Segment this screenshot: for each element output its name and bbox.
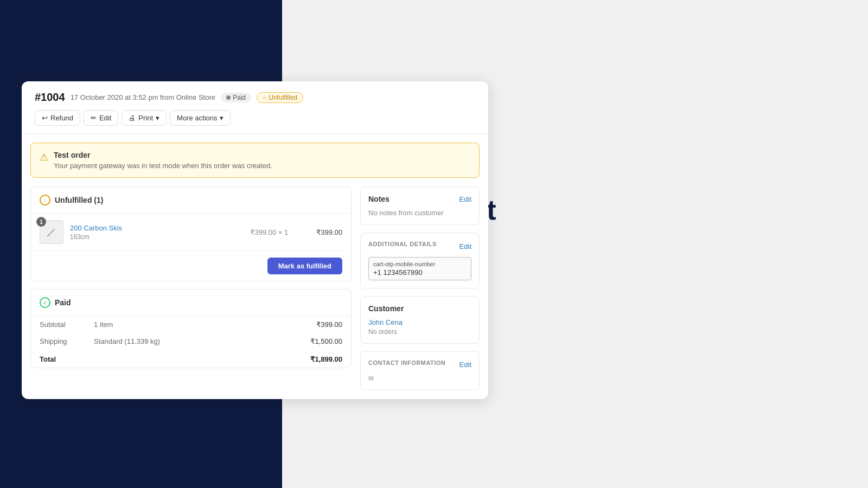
notes-empty-text: No notes from customer <box>368 209 471 217</box>
notes-title: Notes <box>368 195 390 203</box>
product-name: 200 Carbon Skis <box>70 224 244 232</box>
warning-icon: ⚠ <box>40 151 48 163</box>
otp-box: cart-otp-mobile-number +1 1234567890 <box>368 257 471 280</box>
notes-card: Notes Edit No notes from customer <box>360 187 480 225</box>
additional-details-edit-link[interactable]: Edit <box>459 242 471 251</box>
paid-badge: Paid <box>221 93 251 102</box>
subtotal-amount: ₹399.00 <box>316 320 342 329</box>
subtotal-row: Subtotal 1 item ₹399.00 <box>31 316 351 333</box>
left-column: ○ Unfulfilled (1) 1 | 200 Carbon Skis 16… <box>30 187 352 390</box>
customer-orders: No orders <box>368 328 471 336</box>
additional-details-card: ADDITIONAL DETAILS Edit cart-otp-mobile-… <box>360 233 480 288</box>
contact-info-card: CONTACT INFORMATION Edit ✉ <box>360 351 480 390</box>
order-title-row: #1004 17 October 2020 at 3:52 pm from On… <box>35 91 475 104</box>
notes-edit-link[interactable]: Edit <box>459 195 471 203</box>
shipping-label: Shipping <box>40 337 94 345</box>
total-label: Total <box>40 355 94 363</box>
subtotal-label: Subtotal <box>40 320 94 329</box>
refund-icon: ↩ <box>42 114 48 122</box>
contact-info-title: CONTACT INFORMATION <box>368 359 445 366</box>
product-row: 1 | 200 Carbon Skis 163cm ₹399.00 × 1 ₹3… <box>31 214 351 251</box>
ski-icon: | <box>46 227 57 237</box>
notes-header: Notes Edit <box>368 195 471 203</box>
order-body: ○ Unfulfilled (1) 1 | 200 Carbon Skis 16… <box>22 178 488 399</box>
unfulfilled-header: ○ Unfulfilled (1) <box>31 187 351 214</box>
order-actions: ↩ Refund ✏ Edit 🖨 Print ▾ More actions ▾ <box>35 110 475 126</box>
more-actions-button[interactable]: More actions ▾ <box>170 110 231 126</box>
order-meta: 17 October 2020 at 3:52 pm from Online S… <box>71 93 215 101</box>
product-total-price: ₹399.00 <box>316 228 342 236</box>
edit-button[interactable]: ✏ Edit <box>84 110 118 126</box>
shipping-row: Shipping Standard (11.339 kg) ₹1,500.00 <box>31 333 351 350</box>
right-column: Notes Edit No notes from customer ADDITI… <box>360 187 480 390</box>
warning-banner: ⚠ Test order Your payment gateway was in… <box>30 143 480 178</box>
paid-section: ✓ Paid Subtotal 1 item ₹399.00 Shipping … <box>30 289 352 368</box>
total-row: Total ₹1,899.00 <box>31 350 351 368</box>
customer-name[interactable]: John Cena <box>368 318 471 326</box>
shipping-amount: ₹1,500.00 <box>310 337 342 345</box>
refund-button[interactable]: ↩ Refund <box>35 110 80 126</box>
subtotal-qty: 1 item <box>94 320 316 329</box>
additional-details-header: ADDITIONAL DETAILS Edit <box>368 241 471 252</box>
print-chevron-icon: ▾ <box>156 114 159 122</box>
paid-header: ✓ Paid <box>31 290 351 316</box>
paid-status-icon: ✓ <box>40 297 50 308</box>
otp-value: +1 1234567890 <box>373 268 467 277</box>
email-icon: ✉ <box>368 375 374 382</box>
product-quantity-badge: 1 <box>36 217 46 227</box>
print-icon: 🖨 <box>129 114 136 122</box>
product-variant: 163cm <box>70 233 244 241</box>
customer-header: Customer <box>368 304 471 313</box>
contact-info-edit-link[interactable]: Edit <box>459 361 471 369</box>
shipping-method: Standard (11.339 kg) <box>94 337 310 345</box>
edit-icon: ✏ <box>91 114 97 122</box>
print-button[interactable]: 🖨 Print ▾ <box>122 110 167 126</box>
additional-details-title: ADDITIONAL DETAILS <box>368 241 437 247</box>
unfulfilled-section: ○ Unfulfilled (1) 1 | 200 Carbon Skis 16… <box>30 187 352 281</box>
customer-title: Customer <box>368 304 404 313</box>
more-actions-chevron-icon: ▾ <box>220 114 224 122</box>
warning-content: Test order Your payment gateway was in t… <box>54 151 272 170</box>
warning-title: Test order <box>54 151 272 159</box>
otp-label: cart-otp-mobile-number <box>373 261 467 267</box>
order-number: #1004 <box>35 91 65 104</box>
paid-title: Paid <box>55 298 71 307</box>
mark-as-fulfilled-button[interactable]: Mark as fulfilled <box>267 258 342 274</box>
fulfill-button-row: Mark as fulfilled <box>31 251 351 281</box>
unfulfilled-title: Unfulfilled (1) <box>55 196 103 204</box>
total-amount: ₹1,899.00 <box>310 355 342 363</box>
contact-row: ✉ <box>368 375 471 382</box>
unfulfilled-badge: Unfulfilled <box>257 92 303 103</box>
order-header: #1004 17 October 2020 at 3:52 pm from On… <box>22 81 488 134</box>
unfulfilled-status-icon: ○ <box>40 195 50 206</box>
warning-text: Your payment gateway was in test mode wh… <box>54 162 272 170</box>
order-card: #1004 17 October 2020 at 3:52 pm from On… <box>22 81 488 399</box>
customer-card: Customer John Cena No orders <box>360 296 480 344</box>
product-info: 200 Carbon Skis 163cm <box>70 224 244 241</box>
product-unit-price: ₹399.00 × 1 <box>250 228 288 236</box>
contact-info-header: CONTACT INFORMATION Edit <box>368 359 471 369</box>
product-image-container: 1 | <box>40 220 63 244</box>
total-spacer <box>94 355 310 363</box>
